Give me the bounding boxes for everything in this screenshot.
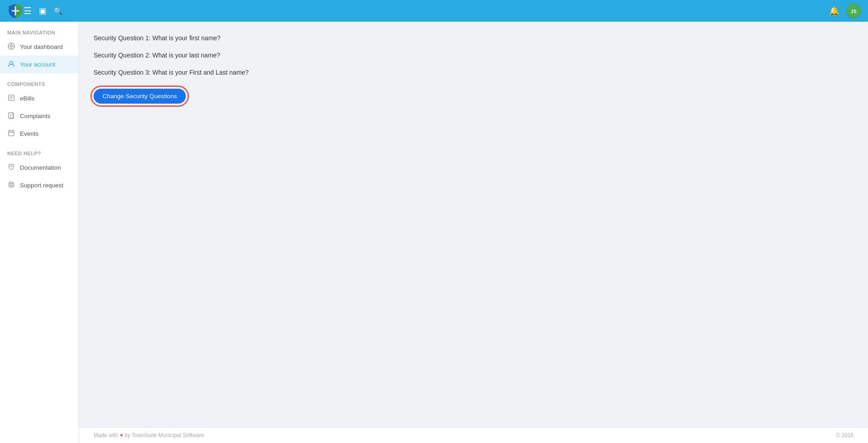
svg-point-21 (10, 184, 13, 186)
svg-point-4 (10, 45, 13, 48)
svg-text:JS: JS (850, 9, 856, 14)
sidebar-label-complaints: Complaints (20, 113, 51, 119)
change-security-questions-button[interactable]: Change Security Questions (94, 89, 186, 104)
dashboard-icon (7, 43, 15, 51)
sidebar-item-your-dashboard[interactable]: Your dashboard (0, 38, 79, 56)
footer-heart-icon: ♥ (120, 432, 124, 438)
svg-point-20 (9, 182, 14, 187)
avatar[interactable]: JS (846, 4, 861, 18)
documentation-icon (7, 163, 15, 172)
sidebar: Main Navigation Your dashboard (0, 22, 79, 443)
security-question-2: Security Question 2: What is your last n… (94, 52, 854, 59)
sidebar-toggle-icon[interactable]: ▣ (39, 6, 47, 16)
sidebar-label-your-account: Your account (20, 61, 55, 68)
layout: Main Navigation Your dashboard (0, 22, 868, 443)
support-icon (7, 181, 15, 190)
svg-line-25 (9, 186, 10, 186)
search-icon[interactable]: 🔍 (54, 7, 63, 15)
logo-icon (7, 3, 24, 19)
sidebar-item-complaints[interactable]: Complaints (0, 107, 79, 125)
sidebar-label-ebills: eBills (20, 95, 34, 102)
components-section-label: Components (0, 73, 79, 90)
account-icon (7, 60, 15, 69)
topbar: ☰ ▣ 🔍 🔔 JS (0, 0, 868, 22)
sidebar-label-support-request: Support request (20, 182, 63, 189)
sidebar-item-your-account[interactable]: Your account (0, 56, 79, 73)
svg-line-24 (12, 186, 13, 186)
svg-rect-10 (9, 95, 14, 100)
footer-copyright: © 2016 (836, 432, 854, 438)
security-question-3: Security Question 3: What is your First … (94, 69, 854, 76)
svg-rect-16 (9, 131, 14, 136)
svg-line-23 (12, 183, 13, 184)
sidebar-item-ebills[interactable]: eBills (0, 90, 79, 107)
svg-rect-13 (9, 113, 13, 118)
main: Security Question 1: What is your first … (79, 22, 868, 443)
sidebar-label-events: Events (20, 130, 38, 137)
svg-line-22 (9, 183, 10, 184)
topbar-right: 🔔 JS (829, 4, 861, 18)
sidebar-label-your-dashboard: Your dashboard (20, 43, 63, 50)
sidebar-label-documentation: Documentation (20, 164, 61, 171)
footer-text: Made with ♥ by TownSuite Municipal Softw… (94, 432, 204, 438)
need-help-section-label: Need help? (0, 143, 79, 159)
events-icon (7, 129, 15, 138)
ebills-icon (7, 94, 15, 103)
security-question-1: Security Question 1: What is your first … (94, 34, 854, 42)
main-content: Security Question 1: What is your first … (79, 22, 868, 427)
sidebar-item-documentation[interactable]: Documentation (0, 159, 79, 176)
menu-icon[interactable]: ☰ (24, 5, 32, 16)
footer: Made with ♥ by TownSuite Municipal Softw… (79, 427, 868, 443)
main-nav-section-label: Main Navigation (0, 22, 79, 38)
complaints-icon (7, 112, 15, 120)
notification-bell-icon[interactable]: 🔔 (829, 6, 839, 16)
sidebar-item-support-request[interactable]: Support request (0, 176, 79, 194)
sidebar-item-events[interactable]: Events (0, 125, 79, 143)
